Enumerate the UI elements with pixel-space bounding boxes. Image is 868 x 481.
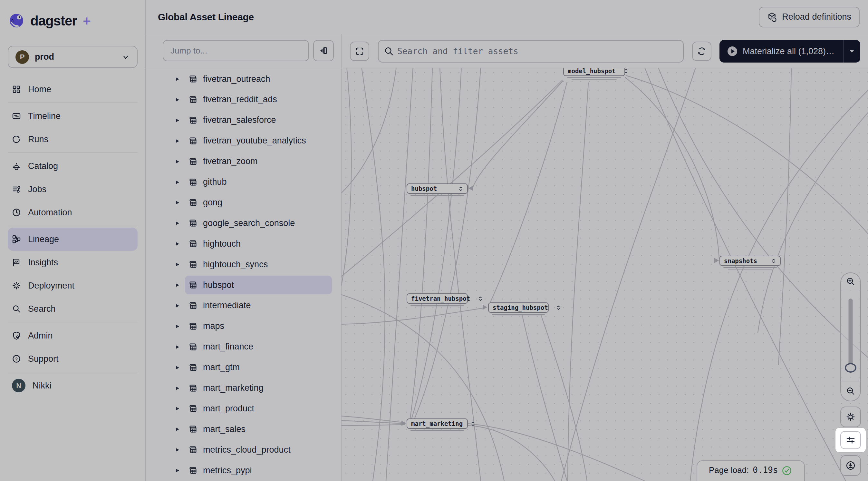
tree-row[interactable]: mart_marketing <box>146 378 341 398</box>
asset-node-snapshots[interactable]: snapshots <box>719 255 781 266</box>
lineage-canvas[interactable]: model_hubspot hubspot snapshots fivetran… <box>342 68 868 481</box>
sidebar-item-jobs[interactable]: Jobs <box>8 178 137 201</box>
materialize-all-button[interactable]: Materialize all (1,028)… <box>719 40 860 63</box>
zoom-out-button[interactable] <box>841 381 860 401</box>
tree-row[interactable]: metrics_cloud_product <box>146 440 341 460</box>
tree-row[interactable]: mart_product <box>146 398 341 419</box>
expand-caret-icon[interactable] <box>176 77 180 81</box>
divider <box>8 372 137 372</box>
tree-row[interactable]: mart_finance <box>146 337 341 357</box>
graph-filters-button[interactable] <box>840 431 861 449</box>
tree-row[interactable]: hightouch <box>146 233 341 254</box>
asset-node-staging-hubspot[interactable]: staging_hubspot <box>488 302 549 313</box>
tree-row[interactable]: fivetran_outreach <box>146 69 341 89</box>
asset-group-icon <box>188 363 198 372</box>
refresh-button[interactable] <box>692 41 711 61</box>
expand-caret-icon[interactable] <box>176 427 180 431</box>
tree-row[interactable]: mart_gtm <box>146 357 341 378</box>
asset-node-label: hubspot <box>411 185 437 192</box>
user-avatar: N <box>12 379 26 392</box>
asset-group-label: intermediate <box>203 300 251 310</box>
expand-caret-icon[interactable] <box>176 407 180 411</box>
expand-caret-icon[interactable] <box>176 448 180 452</box>
expand-caret-icon[interactable] <box>176 283 180 287</box>
expand-caret-icon[interactable] <box>176 469 180 473</box>
expand-caret-icon[interactable] <box>176 118 180 122</box>
sidebar-item-search[interactable]: Search <box>8 297 137 321</box>
unfold-icon[interactable] <box>451 186 463 191</box>
expand-caret-icon[interactable] <box>176 386 180 390</box>
materialize-dropdown-button[interactable] <box>843 40 860 63</box>
workspace-selector[interactable]: P prod <box>8 46 137 68</box>
expand-caret-icon[interactable] <box>176 242 180 246</box>
jump-to-input[interactable] <box>163 40 309 61</box>
tree-row[interactable]: hubspot <box>146 275 341 295</box>
expand-caret-icon[interactable] <box>176 304 180 308</box>
asset-group-icon <box>188 403 198 413</box>
zoom-slider-thumb[interactable] <box>845 363 857 373</box>
sidebar-item-insights[interactable]: Insights <box>8 251 137 274</box>
sidebar-item-admin[interactable]: Admin <box>8 324 137 347</box>
sidebar-item-catalog[interactable]: Catalog <box>8 154 137 178</box>
tree-row[interactable]: intermediate <box>146 295 341 316</box>
sidebar-item-home[interactable]: Home <box>8 78 137 101</box>
expand-caret-icon[interactable] <box>176 159 180 164</box>
asset-node-hubspot[interactable]: hubspot <box>407 183 468 194</box>
sidebar-item-lineage[interactable]: Lineage <box>8 228 137 251</box>
zoom-in-button[interactable] <box>841 273 860 290</box>
sidebar-item-user[interactable]: N Nikki <box>8 374 137 397</box>
asset-group-label: hightouch_syncs <box>203 260 268 270</box>
expand-caret-icon[interactable] <box>176 366 180 370</box>
asset-node-fivetran-hubspot[interactable]: fivetran_hubspot <box>407 293 468 304</box>
asset-node-label: mart_marketing <box>411 420 463 427</box>
unfold-icon[interactable] <box>616 69 628 73</box>
expand-caret-icon[interactable] <box>176 345 180 349</box>
expand-caret-icon[interactable] <box>176 201 180 205</box>
asset-search-input[interactable] <box>378 40 684 63</box>
unfold-icon[interactable] <box>470 296 482 301</box>
expand-caret-icon[interactable] <box>176 221 180 226</box>
tree-row[interactable]: maps <box>146 316 341 337</box>
asset-node-mart-marketing[interactable]: mart_marketing <box>407 418 468 429</box>
asset-group-icon <box>188 198 198 207</box>
tree-row[interactable]: fivetran_zoom <box>146 151 341 172</box>
sidebar-item-timeline[interactable]: Timeline <box>8 104 137 128</box>
unfold-icon[interactable] <box>763 259 776 263</box>
asset-group-icon <box>188 115 198 125</box>
tree-row[interactable]: fivetran_salesforce <box>146 110 341 130</box>
tree-row[interactable]: fivetran_reddit_ads <box>146 89 341 110</box>
tree-row[interactable]: mart_sales <box>146 419 341 440</box>
sidebar-item-automation[interactable]: Automation <box>8 201 137 224</box>
expand-caret-icon[interactable] <box>176 324 180 329</box>
download-view-button[interactable] <box>840 455 861 476</box>
unfold-icon[interactable] <box>548 305 560 310</box>
sidebar-item-runs[interactable]: Runs <box>8 128 137 151</box>
asset-group-icon <box>188 424 198 434</box>
tree-row[interactable]: google_search_console <box>146 213 341 233</box>
tree-row[interactable]: hightouch_syncs <box>146 254 341 275</box>
sidebar-item-support[interactable]: ? Support <box>8 347 137 370</box>
asset-tree-panel[interactable]: fivetran_outreach fivetran_reddit_ads fi… <box>146 68 342 481</box>
collapse-panel-button[interactable] <box>313 40 334 61</box>
zoom-slider-track[interactable] <box>849 299 853 372</box>
reload-definitions-button[interactable]: Reload definitions <box>759 7 860 27</box>
sidebar-item-label: Insights <box>28 258 58 268</box>
asset-node-model-hubspot[interactable]: model_hubspot <box>563 68 625 76</box>
tree-row[interactable]: metrics_pypi <box>146 460 341 481</box>
graph-settings-button[interactable] <box>840 407 861 427</box>
materialize-main[interactable]: Materialize all (1,028)… <box>719 40 843 63</box>
expand-caret-icon[interactable] <box>176 139 180 143</box>
zoom-slider[interactable] <box>841 290 860 381</box>
tree-row[interactable]: github <box>146 172 341 192</box>
divider <box>8 152 137 153</box>
zoom-out-icon <box>846 386 856 396</box>
expand-caret-icon[interactable] <box>176 180 180 184</box>
fullscreen-button[interactable] <box>350 41 369 61</box>
asset-node-label: staging_hubspot <box>493 304 548 311</box>
unfold-icon[interactable] <box>463 421 475 426</box>
tree-row[interactable]: gong <box>146 192 341 213</box>
expand-caret-icon[interactable] <box>176 263 180 267</box>
tree-row[interactable]: fivetran_youtube_analytics <box>146 130 341 151</box>
sidebar-item-deployment[interactable]: Deployment <box>8 274 137 297</box>
expand-caret-icon[interactable] <box>176 98 180 102</box>
